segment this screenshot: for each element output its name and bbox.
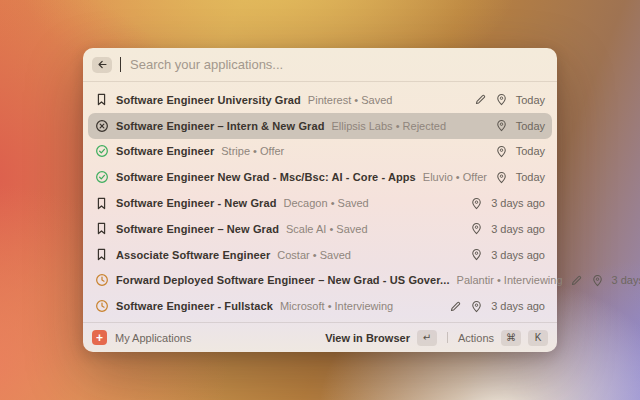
- item-subtitle: Decagon • Saved: [284, 197, 369, 209]
- edit-icon[interactable]: [570, 274, 583, 287]
- item-time: Today: [516, 171, 545, 183]
- k-key-badge: K: [528, 330, 548, 346]
- bookmark-icon: [95, 222, 109, 235]
- applications-palette-window: Software Engineer University Grad Pinter…: [83, 48, 557, 352]
- location-pin-icon[interactable]: [591, 274, 604, 287]
- location-pin-icon[interactable]: [495, 145, 508, 158]
- location-pin-icon[interactable]: [495, 93, 508, 106]
- list-item[interactable]: Software Engineer - New Grad Decagon • S…: [88, 190, 552, 216]
- item-title: Software Engineer: [116, 145, 214, 157]
- item-title: Software Engineer - New Grad: [116, 197, 277, 209]
- actions-button[interactable]: Actions: [458, 332, 494, 344]
- location-pin-icon[interactable]: [495, 171, 508, 184]
- clock-icon: [95, 299, 109, 313]
- location-pin-icon[interactable]: [470, 300, 483, 313]
- item-title: Associate Software Engineer: [116, 249, 270, 261]
- arrow-left-icon: [97, 59, 108, 70]
- search-input[interactable]: [130, 57, 548, 72]
- clock-icon: [95, 273, 109, 287]
- item-title: Forward Deployed Software Engineer – New…: [116, 274, 450, 286]
- item-title: Software Engineer - Fullstack: [116, 300, 273, 312]
- item-title: Software Engineer – Intern & New Grad: [116, 120, 324, 132]
- item-time: Today: [516, 145, 545, 157]
- footer-app-label: My Applications: [115, 332, 191, 344]
- list-item[interactable]: Software Engineer - Fullstack Microsoft …: [88, 293, 552, 319]
- item-subtitle: Costar • Saved: [277, 249, 351, 261]
- item-time: 3 days ago: [491, 249, 545, 261]
- item-subtitle: Ellipsis Labs • Rejected: [331, 120, 446, 132]
- location-pin-icon[interactable]: [470, 248, 483, 261]
- list-item[interactable]: Associate Software Engineer Costar • Sav…: [88, 242, 552, 268]
- back-button[interactable]: [92, 57, 112, 73]
- list-item[interactable]: Software Engineer – New Grad Scale AI • …: [88, 216, 552, 242]
- item-subtitle: Scale AI • Saved: [286, 223, 368, 235]
- item-subtitle: Eluvio • Offer: [423, 171, 487, 183]
- footer-divider: [447, 332, 448, 343]
- list-item[interactable]: Software Engineer University Grad Pinter…: [88, 87, 552, 113]
- item-title: Software Engineer University Grad: [116, 94, 301, 106]
- item-subtitle: Stripe • Offer: [221, 145, 284, 157]
- item-time: 3 days ago: [491, 197, 545, 209]
- item-time: 3 days a...: [612, 274, 640, 286]
- text-cursor: [120, 57, 121, 72]
- view-in-browser-button[interactable]: View in Browser: [325, 332, 410, 344]
- list-item[interactable]: Forward Deployed Software Engineer – New…: [88, 268, 552, 294]
- item-time: 3 days ago: [491, 223, 545, 235]
- command-key-badge: ⌘: [501, 330, 521, 346]
- item-time: Today: [516, 120, 545, 132]
- edit-icon[interactable]: [474, 93, 487, 106]
- bookmark-icon: [95, 197, 109, 210]
- check-circle-icon: [95, 170, 109, 184]
- list-item-selected[interactable]: Software Engineer – Intern & New Grad El…: [88, 113, 552, 139]
- item-title: Software Engineer New Grad - Msc/Bsc: AI…: [116, 171, 416, 183]
- item-subtitle: Palantir • Interviewing: [457, 274, 563, 286]
- footer-bar: + My Applications View in Browser ↵ Acti…: [83, 322, 557, 352]
- location-pin-icon[interactable]: [470, 222, 483, 235]
- item-title: Software Engineer – New Grad: [116, 223, 279, 235]
- enter-key-badge: ↵: [417, 330, 437, 346]
- plus-icon: +: [92, 330, 107, 345]
- x-circle-icon: [95, 119, 109, 133]
- check-circle-icon: [95, 144, 109, 158]
- search-bar: [83, 48, 557, 82]
- item-subtitle: Microsoft • Interviewing: [280, 300, 393, 312]
- item-subtitle: Pinterest • Saved: [308, 94, 393, 106]
- item-time: Today: [516, 94, 545, 106]
- list-item[interactable]: Software Engineer New Grad - Msc/Bsc: AI…: [88, 164, 552, 190]
- applications-list: Software Engineer University Grad Pinter…: [83, 82, 557, 322]
- bookmark-icon: [95, 93, 109, 106]
- edit-icon[interactable]: [449, 300, 462, 313]
- location-pin-icon[interactable]: [495, 119, 508, 132]
- location-pin-icon[interactable]: [470, 197, 483, 210]
- list-item[interactable]: Software Engineer Stripe • Offer Today: [88, 139, 552, 165]
- item-time: 3 days ago: [491, 300, 545, 312]
- bookmark-icon: [95, 248, 109, 261]
